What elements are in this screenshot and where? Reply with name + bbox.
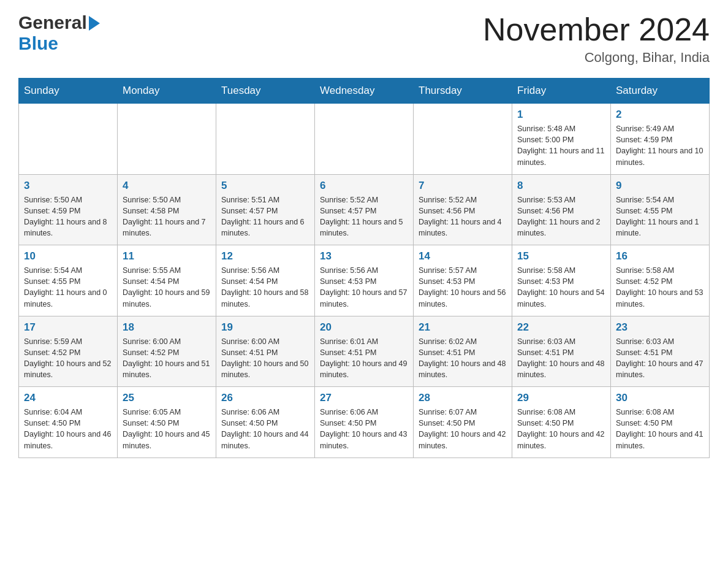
day-info: Sunrise: 5:53 AMSunset: 4:56 PMDaylight:… bbox=[517, 194, 605, 239]
table-row: 9Sunrise: 5:54 AMSunset: 4:55 PMDaylight… bbox=[611, 174, 710, 245]
day-number: 9 bbox=[616, 180, 704, 192]
logo-blue-text: Blue bbox=[18, 33, 58, 54]
day-number: 25 bbox=[123, 392, 211, 404]
day-number: 3 bbox=[24, 180, 112, 192]
table-row: 18Sunrise: 6:00 AMSunset: 4:52 PMDayligh… bbox=[118, 316, 216, 387]
day-number: 20 bbox=[320, 321, 408, 334]
table-row: 29Sunrise: 6:08 AMSunset: 4:50 PMDayligh… bbox=[512, 387, 611, 458]
location-title: Colgong, Bihar, India bbox=[483, 50, 710, 66]
table-row: 25Sunrise: 6:05 AMSunset: 4:50 PMDayligh… bbox=[118, 387, 216, 458]
day-info: Sunrise: 5:51 AMSunset: 4:57 PMDaylight:… bbox=[221, 194, 309, 239]
table-row bbox=[118, 104, 216, 175]
header: General Blue November 2024 Colgong, Biha… bbox=[18, 12, 710, 66]
day-number: 11 bbox=[123, 250, 211, 262]
day-info: Sunrise: 6:06 AMSunset: 4:50 PMDaylight:… bbox=[320, 407, 408, 451]
day-info: Sunrise: 5:55 AMSunset: 4:54 PMDaylight:… bbox=[123, 265, 211, 310]
day-info: Sunrise: 6:07 AMSunset: 4:50 PMDaylight:… bbox=[419, 407, 507, 451]
header-saturday: Saturday bbox=[611, 79, 710, 104]
table-row: 17Sunrise: 5:59 AMSunset: 4:52 PMDayligh… bbox=[19, 316, 118, 387]
header-thursday: Thursday bbox=[414, 79, 512, 104]
calendar-week-row: 17Sunrise: 5:59 AMSunset: 4:52 PMDayligh… bbox=[19, 316, 710, 387]
table-row: 5Sunrise: 5:51 AMSunset: 4:57 PMDaylight… bbox=[216, 174, 315, 245]
day-number: 13 bbox=[320, 250, 408, 262]
day-info: Sunrise: 5:59 AMSunset: 4:52 PMDaylight:… bbox=[24, 336, 112, 381]
header-friday: Friday bbox=[512, 79, 611, 104]
table-row bbox=[315, 104, 414, 175]
header-sunday: Sunday bbox=[19, 79, 118, 104]
logo-general-text: General bbox=[18, 12, 87, 33]
day-number: 21 bbox=[419, 321, 507, 334]
day-info: Sunrise: 5:56 AMSunset: 4:53 PMDaylight:… bbox=[320, 265, 408, 310]
day-info: Sunrise: 6:03 AMSunset: 4:51 PMDaylight:… bbox=[517, 336, 605, 381]
day-number: 14 bbox=[419, 250, 507, 262]
table-row: 30Sunrise: 6:08 AMSunset: 4:50 PMDayligh… bbox=[611, 387, 710, 458]
day-info: Sunrise: 5:58 AMSunset: 4:52 PMDaylight:… bbox=[616, 265, 704, 310]
table-row: 11Sunrise: 5:55 AMSunset: 4:54 PMDayligh… bbox=[118, 245, 216, 316]
table-row: 28Sunrise: 6:07 AMSunset: 4:50 PMDayligh… bbox=[414, 387, 512, 458]
table-row: 3Sunrise: 5:50 AMSunset: 4:59 PMDaylight… bbox=[19, 174, 118, 245]
day-info: Sunrise: 6:05 AMSunset: 4:50 PMDaylight:… bbox=[123, 407, 211, 451]
day-info: Sunrise: 5:57 AMSunset: 4:53 PMDaylight:… bbox=[419, 265, 507, 310]
month-title: November 2024 bbox=[483, 12, 710, 47]
day-info: Sunrise: 5:54 AMSunset: 4:55 PMDaylight:… bbox=[616, 194, 704, 239]
logo-arrow-icon bbox=[89, 16, 100, 31]
day-number: 16 bbox=[616, 250, 704, 262]
calendar-week-row: 24Sunrise: 6:04 AMSunset: 4:50 PMDayligh… bbox=[19, 387, 710, 458]
table-row: 20Sunrise: 6:01 AMSunset: 4:51 PMDayligh… bbox=[315, 316, 414, 387]
table-row bbox=[216, 104, 315, 175]
day-number: 19 bbox=[221, 321, 309, 334]
table-row: 8Sunrise: 5:53 AMSunset: 4:56 PMDaylight… bbox=[512, 174, 611, 245]
table-row: 22Sunrise: 6:03 AMSunset: 4:51 PMDayligh… bbox=[512, 316, 611, 387]
day-number: 29 bbox=[517, 392, 605, 404]
day-info: Sunrise: 6:06 AMSunset: 4:50 PMDaylight:… bbox=[221, 407, 309, 451]
table-row: 16Sunrise: 5:58 AMSunset: 4:52 PMDayligh… bbox=[611, 245, 710, 316]
day-number: 15 bbox=[517, 250, 605, 262]
day-number: 30 bbox=[616, 392, 704, 404]
day-info: Sunrise: 6:00 AMSunset: 4:51 PMDaylight:… bbox=[221, 336, 309, 381]
calendar-week-row: 10Sunrise: 5:54 AMSunset: 4:55 PMDayligh… bbox=[19, 245, 710, 316]
day-number: 22 bbox=[517, 321, 605, 334]
day-info: Sunrise: 6:02 AMSunset: 4:51 PMDaylight:… bbox=[419, 336, 507, 381]
table-row: 6Sunrise: 5:52 AMSunset: 4:57 PMDaylight… bbox=[315, 174, 414, 245]
table-row: 21Sunrise: 6:02 AMSunset: 4:51 PMDayligh… bbox=[414, 316, 512, 387]
day-info: Sunrise: 6:00 AMSunset: 4:52 PMDaylight:… bbox=[123, 336, 211, 381]
day-info: Sunrise: 6:03 AMSunset: 4:51 PMDaylight:… bbox=[616, 336, 704, 381]
title-area: November 2024 Colgong, Bihar, India bbox=[483, 12, 710, 66]
day-number: 8 bbox=[517, 180, 605, 192]
table-row: 7Sunrise: 5:52 AMSunset: 4:56 PMDaylight… bbox=[414, 174, 512, 245]
day-number: 4 bbox=[123, 180, 211, 192]
header-tuesday: Tuesday bbox=[216, 79, 315, 104]
day-number: 24 bbox=[24, 392, 112, 404]
day-number: 6 bbox=[320, 180, 408, 192]
table-row bbox=[414, 104, 512, 175]
table-row: 2Sunrise: 5:49 AMSunset: 4:59 PMDaylight… bbox=[611, 104, 710, 175]
day-number: 28 bbox=[419, 392, 507, 404]
table-row: 12Sunrise: 5:56 AMSunset: 4:54 PMDayligh… bbox=[216, 245, 315, 316]
day-number: 7 bbox=[419, 180, 507, 192]
day-number: 5 bbox=[221, 180, 309, 192]
table-row: 19Sunrise: 6:00 AMSunset: 4:51 PMDayligh… bbox=[216, 316, 315, 387]
day-number: 1 bbox=[517, 109, 605, 121]
day-number: 23 bbox=[616, 321, 704, 334]
table-row: 10Sunrise: 5:54 AMSunset: 4:55 PMDayligh… bbox=[19, 245, 118, 316]
table-row: 14Sunrise: 5:57 AMSunset: 4:53 PMDayligh… bbox=[414, 245, 512, 316]
table-row: 23Sunrise: 6:03 AMSunset: 4:51 PMDayligh… bbox=[611, 316, 710, 387]
day-number: 26 bbox=[221, 392, 309, 404]
header-wednesday: Wednesday bbox=[315, 79, 414, 104]
calendar-week-row: 1Sunrise: 5:48 AMSunset: 5:00 PMDaylight… bbox=[19, 104, 710, 175]
table-row: 27Sunrise: 6:06 AMSunset: 4:50 PMDayligh… bbox=[315, 387, 414, 458]
day-info: Sunrise: 5:54 AMSunset: 4:55 PMDaylight:… bbox=[24, 265, 112, 310]
header-monday: Monday bbox=[118, 79, 216, 104]
day-number: 10 bbox=[24, 250, 112, 262]
day-info: Sunrise: 5:52 AMSunset: 4:56 PMDaylight:… bbox=[419, 194, 507, 239]
table-row: 13Sunrise: 5:56 AMSunset: 4:53 PMDayligh… bbox=[315, 245, 414, 316]
logo: General Blue bbox=[18, 12, 100, 54]
calendar-table: Sunday Monday Tuesday Wednesday Thursday… bbox=[18, 78, 710, 458]
day-info: Sunrise: 5:52 AMSunset: 4:57 PMDaylight:… bbox=[320, 194, 408, 239]
day-number: 17 bbox=[24, 321, 112, 334]
table-row: 15Sunrise: 5:58 AMSunset: 4:53 PMDayligh… bbox=[512, 245, 611, 316]
day-info: Sunrise: 6:08 AMSunset: 4:50 PMDaylight:… bbox=[517, 407, 605, 451]
table-row: 4Sunrise: 5:50 AMSunset: 4:58 PMDaylight… bbox=[118, 174, 216, 245]
day-info: Sunrise: 6:08 AMSunset: 4:50 PMDaylight:… bbox=[616, 407, 704, 451]
day-info: Sunrise: 6:04 AMSunset: 4:50 PMDaylight:… bbox=[24, 407, 112, 451]
